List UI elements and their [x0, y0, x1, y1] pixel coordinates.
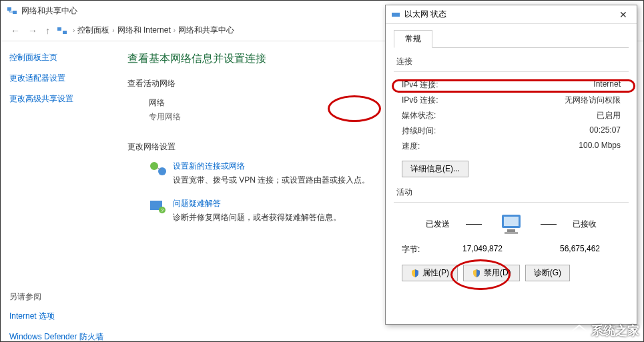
diagnose-button[interactable]: 诊断(G) — [525, 265, 570, 281]
ipv6-label: IPv6 连接: — [402, 95, 565, 106]
speed-label: 速度: — [402, 141, 579, 152]
bytes-label: 字节: — [402, 244, 442, 255]
new-connection-link[interactable]: 设置新的连接或网络 — [173, 161, 370, 172]
close-button[interactable]: ✕ — [615, 9, 631, 20]
media-value: 已启用 — [597, 110, 621, 121]
watermark: 系统之家 — [570, 323, 639, 339]
dialog-titlebar[interactable]: 以太网 状态 ✕ — [386, 5, 637, 24]
svg-rect-0 — [7, 7, 11, 11]
breadcrumb-icon — [57, 25, 67, 36]
sidebar-related-1[interactable]: Windows Defender 防火墙 — [9, 331, 103, 342]
sidebar-home[interactable]: 控制面板主页 — [9, 52, 103, 63]
nav-back[interactable]: ← — [7, 25, 24, 36]
dialog-title: 以太网 状态 — [404, 9, 615, 20]
recv-bytes: 56,675,462 — [539, 244, 621, 255]
nav-fwd[interactable]: → — [24, 25, 41, 36]
sidebar-advanced-sharing[interactable]: 更改高级共享设置 — [9, 93, 103, 105]
svg-rect-15 — [577, 332, 581, 337]
svg-rect-3 — [63, 31, 67, 34]
dash-right: —— — [541, 219, 557, 229]
new-connection-icon — [149, 161, 168, 177]
speed-value: 100.0 Mbps — [579, 141, 621, 152]
house-icon — [570, 323, 589, 339]
svg-rect-13 — [507, 229, 515, 232]
svg-rect-12 — [504, 217, 519, 226]
ipv4-value: Internet — [593, 79, 621, 91]
crumb-0[interactable]: 控制面板 — [77, 25, 109, 36]
svg-text:?: ? — [161, 207, 164, 213]
properties-button[interactable]: 属性(P) — [402, 265, 458, 281]
activity-group-title: 活动 — [396, 187, 629, 198]
media-label: 媒体状态: — [402, 110, 597, 121]
sidebar: 控制面板主页 更改适配器设置 更改高级共享设置 另请参阅 Internet 选项… — [1, 41, 111, 341]
svg-rect-14 — [505, 232, 518, 234]
svg-rect-2 — [57, 27, 61, 31]
crumb-1[interactable]: 网络和 Internet — [117, 25, 171, 36]
new-connection-desc: 设置宽带、拨号或 VPN 连接；或设置路由器或接入点。 — [173, 175, 370, 186]
svg-rect-10 — [392, 13, 400, 17]
shield-icon — [410, 269, 420, 278]
recv-label: 已接收 — [573, 219, 597, 230]
ethernet-dialog-icon — [391, 10, 400, 19]
sent-bytes: 17,049,872 — [442, 244, 523, 255]
chevron-right-icon: › — [70, 27, 77, 34]
svg-point-5 — [150, 162, 158, 170]
activity-diagram: 已发送 —— —— 已接收 — [394, 208, 629, 240]
tab-general[interactable]: 常规 — [394, 30, 432, 48]
connection-group-title: 连接 — [396, 56, 629, 67]
dialog-body: 常规 连接 IPv4 连接:Internet IPv6 连接:无网络访问权限 媒… — [386, 24, 637, 292]
svg-point-6 — [158, 167, 166, 175]
window-title: 网络和共享中心 — [21, 5, 77, 17]
network-center-icon — [7, 5, 17, 16]
nav-up[interactable]: ↑ — [41, 25, 54, 36]
ipv4-label: IPv4 连接: — [402, 79, 593, 91]
sidebar-related-title: 另请参阅 — [9, 291, 103, 303]
duration-value: 00:25:07 — [589, 125, 621, 137]
sent-label: 已发送 — [426, 219, 450, 230]
chevron-right-icon: › — [109, 27, 117, 34]
ipv6-value: 无网络访问权限 — [565, 95, 621, 106]
troubleshoot-icon: ? — [149, 198, 168, 214]
duration-label: 持续时间: — [402, 125, 589, 137]
troubleshoot-desc: 诊断并修复网络问题，或者获得疑难解答信息。 — [173, 212, 341, 223]
crumb-2[interactable]: 网络和共享中心 — [178, 25, 234, 36]
chevron-right-icon: › — [171, 27, 178, 34]
troubleshoot-link[interactable]: 问题疑难解答 — [173, 198, 341, 209]
details-button[interactable]: 详细信息(E)... — [402, 161, 468, 177]
disable-button[interactable]: 禁用(D) — [463, 265, 520, 281]
dash-left: —— — [466, 219, 482, 229]
sidebar-adapter-settings[interactable]: 更改适配器设置 — [9, 73, 103, 84]
sidebar-related-0[interactable]: Internet 选项 — [9, 311, 103, 322]
ethernet-status-dialog: 以太网 状态 ✕ 常规 连接 IPv4 连接:Internet IPv6 连接:… — [385, 5, 637, 325]
computer-icon — [498, 213, 525, 235]
shield-icon — [472, 269, 481, 278]
